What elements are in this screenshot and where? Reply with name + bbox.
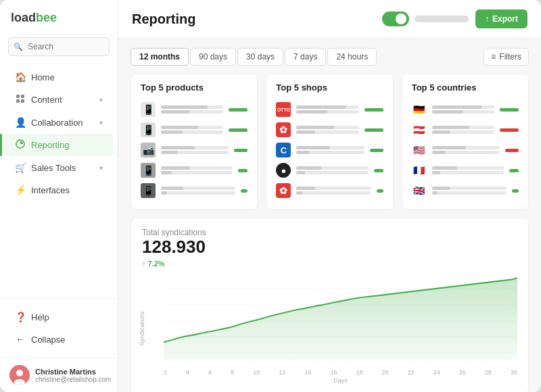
sidebar-item-help[interactable]: ❓ Help [4, 306, 114, 328]
chart-label-x: 24 [433, 369, 440, 376]
tab-24hours[interactable]: 24 hours [327, 48, 377, 66]
chevron-down-icon: ▾ [99, 164, 103, 172]
sidebar: loadbee 🔍 🏠 Home Content ▾ 👤 Colla [0, 0, 118, 392]
top5-products-card: Top 5 products 📱 📱 [131, 74, 258, 210]
product-bars [161, 187, 235, 195]
top5-countries-list: 🇩🇪 🇦🇹 [412, 99, 519, 201]
search-container: 🔍 [0, 33, 118, 63]
bar-bg [161, 146, 229, 149]
shop-bars [296, 105, 358, 114]
shop-logo: ● [276, 163, 291, 178]
syndications-title: Total syndications [142, 228, 206, 237]
toggle-slider [382, 11, 409, 26]
main-content-area: Reporting ↑ Export 12 month [118, 0, 541, 392]
user-info: Christine Martins christine@retailshop.c… [35, 368, 111, 383]
bar-indicator [505, 149, 519, 152]
flag-icon: 🇩🇪 [412, 102, 427, 117]
tab-30days[interactable]: 30 days [237, 48, 283, 66]
tab-90days[interactable]: 90 days [190, 48, 236, 66]
list-item: 🇫🇷 [412, 160, 519, 180]
tab-7days[interactable]: 7 days [285, 48, 326, 66]
search-input[interactable] [8, 37, 110, 56]
sidebar-item-label: Content [31, 95, 94, 105]
list-item: 🇺🇸 [412, 140, 519, 160]
chevron-down-icon: ▾ [99, 96, 103, 103]
sidebar-item-label: Home [31, 72, 103, 82]
flag-icon: 🇬🇧 [412, 183, 427, 198]
list-item: 📱 [141, 99, 248, 120]
user-area: Christine Martins christine@retailshop.c… [0, 358, 118, 392]
content-icon [15, 94, 26, 105]
filter-bar: 12 months 90 days 30 days 7 days 24 hour… [131, 48, 529, 66]
svg-rect-1 [21, 95, 24, 98]
sidebar-item-interfaces[interactable]: ⚡ Interfaces [4, 179, 114, 201]
chart-x-axis-label: Days [164, 377, 517, 384]
list-item: ● [276, 160, 383, 180]
bar-indicator [374, 169, 383, 172]
chart-label-x: 26 [459, 369, 466, 376]
shop-bars [296, 166, 368, 174]
sidebar-item-sales-tools[interactable]: 🛒 Sales Tools ▾ [4, 157, 114, 178]
export-icon: ↑ [485, 14, 489, 24]
shop-logo: C [276, 143, 291, 157]
sales-tools-icon: 🛒 [15, 162, 26, 173]
chart-y-axis-label: Syndications [139, 311, 145, 345]
export-button[interactable]: ↑ Export [475, 9, 527, 28]
bar-bg [161, 130, 223, 134]
bar-bg [161, 126, 223, 129]
chart-label-x: 2 [164, 369, 167, 376]
bar-bg [161, 105, 223, 109]
top5-shops-card: Top 5 shops OTTO ✿ [266, 74, 393, 210]
bar-indicator [509, 169, 519, 172]
chart-label-x: 28 [485, 369, 492, 376]
interfaces-icon: ⚡ [15, 185, 26, 195]
chart-label-x: 12 [279, 369, 285, 376]
shop-bars [296, 146, 364, 154]
page-title: Reporting [132, 11, 195, 27]
time-tabs: 12 months 90 days 30 days 7 days 24 hour… [131, 48, 377, 66]
active-toggle[interactable] [382, 11, 409, 26]
avatar [9, 365, 30, 385]
main-content: 12 months 90 days 30 days 7 days 24 hour… [118, 39, 541, 392]
logo-bee: bee [36, 11, 57, 24]
sidebar-item-collapse[interactable]: ← Collapse [4, 328, 114, 350]
sidebar-item-collaboration[interactable]: 👤 Collaboration ▾ [4, 112, 114, 133]
tab-12months[interactable]: 12 months [131, 48, 189, 66]
top5-shops-list: OTTO ✿ [276, 99, 383, 201]
bar-bg [161, 187, 235, 190]
flag-icon: 🇫🇷 [412, 163, 427, 178]
list-item: 📱 [141, 160, 248, 180]
product-icon: 📱 [141, 122, 156, 137]
flag-icon: 🇺🇸 [412, 143, 427, 157]
main-header: Reporting ↑ Export [118, 0, 541, 39]
chart-label-x: 20 [382, 369, 389, 376]
sidebar-bottom: ❓ Help ← Collapse [0, 298, 118, 358]
chart-label-x: 4 [186, 369, 189, 376]
bar-indicator [370, 149, 383, 152]
toggle-line-visual [415, 16, 469, 22]
svg-point-6 [16, 370, 23, 376]
chart-label-x: 16 [330, 369, 337, 376]
chart-label-x: 14 [304, 369, 311, 376]
flag-icon: 🇦🇹 [412, 122, 427, 137]
user-name: Christine Martins [35, 368, 111, 376]
bar-indicator [377, 189, 383, 193]
sidebar-item-content[interactable]: Content ▾ [4, 89, 114, 111]
bar-indicator [500, 128, 519, 132]
logo: loadbee [0, 0, 118, 33]
sidebar-item-label: Interfaces [31, 185, 103, 195]
reporting-icon [15, 139, 26, 151]
top5-products-title: Top 5 products [141, 82, 248, 93]
list-item: 🇩🇪 [412, 99, 519, 120]
filters-button[interactable]: ≡ Filters [484, 48, 529, 66]
country-bars [432, 105, 494, 114]
bar-bg [161, 151, 229, 154]
list-item: ✿ [276, 180, 383, 201]
svg-rect-2 [16, 99, 20, 103]
sidebar-item-home[interactable]: 🏠 Home [4, 66, 114, 88]
sidebar-item-reporting[interactable]: Reporting [4, 134, 114, 156]
sidebar-item-label: Collapse [31, 335, 103, 345]
chart-svg [164, 273, 517, 368]
top5-countries-card: Top 5 countries 🇩🇪 🇦🇹 [402, 74, 529, 210]
svg-rect-0 [16, 95, 20, 98]
